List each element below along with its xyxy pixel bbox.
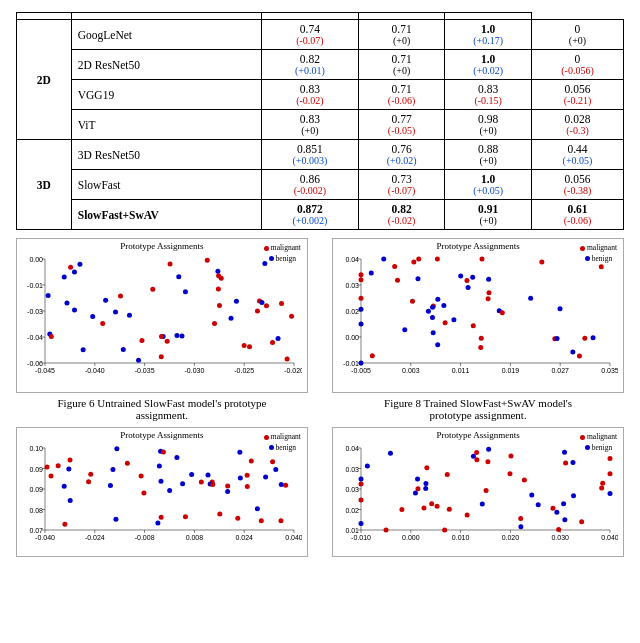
model-name: SlowFast [71,170,261,200]
model-name: GoogLeNet [71,20,261,50]
plot-2-legend: malignant benign [580,243,617,264]
metric-cell: 0.83(+0) [262,110,359,140]
col-spe-header [445,13,532,20]
metric-cell: 0.028(-0.3) [531,110,623,140]
metric-cell: 0.82(+0.01) [262,50,359,80]
metric-cell: 0.76(+0.02) [358,140,445,170]
model-name: VGG19 [71,80,261,110]
metric-cell: 0.74(-0.07) [262,20,359,50]
metric-cell: 0.872(+0.002) [262,200,359,230]
metric-cell: 0.71(+0) [358,50,445,80]
metric-cell: 0.86(-0.002) [262,170,359,200]
metric-cell: 0.83(-0.15) [445,80,532,110]
plot-2-box: Prototype Assignments malignant benign [332,238,624,393]
metric-cell: 0.056(-0.21) [531,80,623,110]
metric-cell: 0.77(-0.05) [358,110,445,140]
plot-4-legend: malignant benign [580,432,617,453]
model-name: 3D ResNet50 [71,140,261,170]
model-name: SlowFast+SwAV [71,200,261,230]
metric-cell: 0.71(-0.06) [358,80,445,110]
metric-cell: 1.0(+0.17) [445,20,532,50]
model-name: ViT [71,110,261,140]
plot-1-caption: Figure 6 Untrained SlowFast model's prot… [16,397,308,421]
metric-cell: 0.91(+0) [445,200,532,230]
plot-4-container: Prototype Assignments malignant benign [332,427,624,557]
plots-row-1: Prototype Assignments malignant benign F… [16,238,624,421]
results-table: 2DGoogLeNet0.74(-0.07)0.71(+0)1.0(+0.17)… [16,12,624,230]
col-model-header [17,13,72,20]
metric-cell: 0.82(-0.02) [358,200,445,230]
metric-cell: 0.71(+0) [358,20,445,50]
plot-1-container: Prototype Assignments malignant benign F… [16,238,308,421]
col-acc-header [262,13,359,20]
plot-3-container: Prototype Assignments malignant benign [16,427,308,557]
metric-cell: 0.44(+0.05) [531,140,623,170]
col-auc-header [71,13,261,20]
plots-row-2: Prototype Assignments malignant benign P… [16,427,624,557]
metric-cell: 0.73(-0.07) [358,170,445,200]
metric-cell: 0.61(-0.06) [531,200,623,230]
metric-cell: 0.83(-0.02) [262,80,359,110]
plot-4-box: Prototype Assignments malignant benign [332,427,624,557]
metric-cell: 1.0(+0.05) [445,170,532,200]
metric-cell: 0.88(+0) [445,140,532,170]
metric-cell: 1.0(+0.02) [445,50,532,80]
plot-1-box: Prototype Assignments malignant benign [16,238,308,393]
plot-1-legend: malignant benign [264,243,301,264]
plot-3-box: Prototype Assignments malignant benign [16,427,308,557]
metric-cell: 0(+0) [531,20,623,50]
col-rec-header [358,13,445,20]
metric-cell: 0(-0.056) [531,50,623,80]
page-content: 2DGoogLeNet0.74(-0.07)0.71(+0)1.0(+0.17)… [0,0,640,565]
metric-cell: 0.056(-0.38) [531,170,623,200]
model-name: 2D ResNet50 [71,50,261,80]
section-label-3D: 3D [17,140,72,230]
metric-cell: 0.98(+0) [445,110,532,140]
section-label-2D: 2D [17,20,72,140]
plot-3-legend: malignant benign [264,432,301,453]
metric-cell: 0.851(+0.003) [262,140,359,170]
plot-2-container: Prototype Assignments malignant benign F… [332,238,624,421]
plot-2-caption: Figure 8 Trained SlowFast+SwAV model'spr… [332,397,624,421]
